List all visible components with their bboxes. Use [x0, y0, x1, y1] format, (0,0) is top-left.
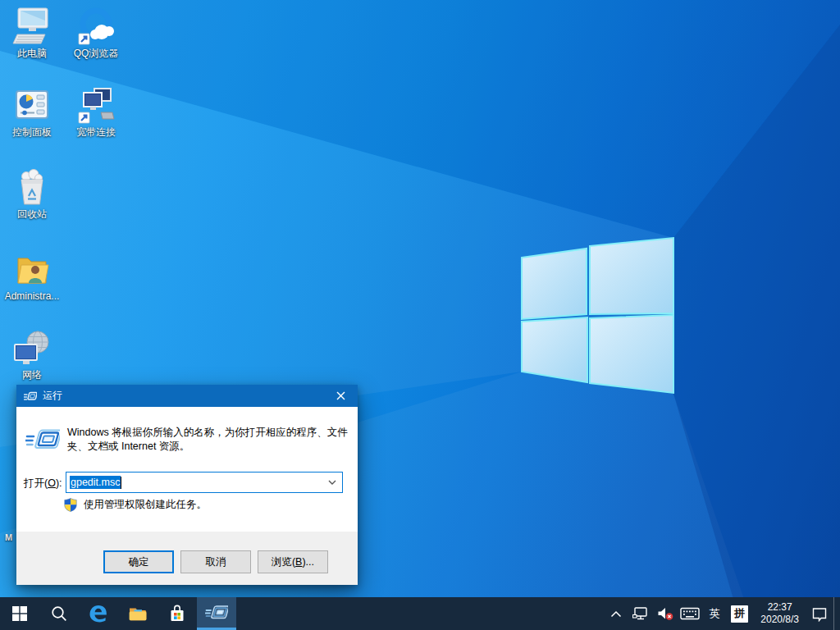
network-icon	[632, 606, 649, 621]
windows-desktop: 此电脑 QQ浏览器 控制面板	[0, 0, 840, 630]
browse-button[interactable]: 浏览(B)...	[258, 550, 328, 573]
qq-browser-icon	[76, 7, 116, 46]
cancel-button[interactable]: 取消	[180, 550, 251, 573]
search-button[interactable]	[39, 597, 79, 630]
chevron-down-icon	[328, 480, 336, 485]
touch-keyboard-button[interactable]	[679, 597, 701, 630]
edge-browser-icon	[88, 603, 109, 624]
taskbar: 英 拼 22:37 2020/8/3	[0, 597, 840, 630]
chevron-up-icon	[610, 610, 622, 618]
run-dialog-title: 运行	[43, 389, 62, 403]
desktop-icon-label: Administra...	[1, 290, 63, 302]
desktop-icon-label: 网络	[1, 369, 63, 381]
clock-time: 22:37	[760, 601, 799, 614]
desktop-icon-label: QQ浏览器	[65, 48, 127, 59]
run-app-icon	[205, 604, 228, 623]
run-program-icon	[25, 427, 60, 456]
run-dialog-titlebar: 运行	[16, 385, 358, 407]
desktop-icon-administrator-folder[interactable]: Administra...	[1, 249, 63, 302]
action-center-icon	[811, 606, 828, 622]
close-button[interactable]	[323, 385, 358, 407]
combo-dropdown-button[interactable]	[324, 474, 340, 491]
close-icon	[336, 391, 345, 400]
taskbar-store-button[interactable]	[158, 597, 197, 630]
open-field-label: 打开(O):	[24, 477, 62, 491]
desktop-icon-recycle-bin[interactable]: 回收站	[1, 167, 63, 220]
text-caret	[121, 477, 121, 489]
desktop-icon-this-pc[interactable]: 此电脑	[1, 7, 63, 59]
user-folder-icon	[12, 249, 52, 289]
taskbar-edge-button[interactable]	[79, 597, 118, 630]
open-command-input[interactable]: gpedit.msc	[66, 472, 343, 493]
uac-note-row: 使用管理权限创建此任务。	[64, 498, 207, 512]
uac-shield-icon	[64, 498, 77, 512]
volume-muted-icon	[657, 606, 673, 621]
input-selected-text: gpedit.msc	[70, 476, 121, 489]
clock-date: 2020/8/3	[760, 614, 799, 626]
taskbar-file-explorer-button[interactable]	[118, 597, 158, 630]
taskbar-empty-area	[236, 597, 605, 630]
taskbar-clock[interactable]: 22:37 2020/8/3	[754, 597, 806, 630]
taskbar-run-button[interactable]	[197, 597, 236, 630]
control-panel-icon	[12, 85, 52, 125]
volume-tray-button[interactable]	[655, 597, 676, 630]
language-indicator[interactable]: 英	[704, 606, 725, 621]
desktop-icon-qq-browser[interactable]: QQ浏览器	[65, 7, 127, 59]
broadband-connection-icon	[76, 85, 116, 125]
windows-start-icon	[12, 606, 27, 621]
run-dialog: 运行 Windows 将根据你所输入的名称，为你打开相应的程序、文件夹、文档或 …	[16, 385, 358, 585]
run-dialog-message: Windows 将根据你所输入的名称，为你打开相应的程序、文件夹、文档或 Int…	[67, 426, 348, 454]
ok-button[interactable]: 确定	[103, 550, 174, 573]
partially-hidden-icon-label: M	[5, 532, 12, 542]
desktop-icon-label: 回收站	[1, 208, 63, 220]
file-explorer-icon	[127, 603, 148, 624]
network-icon	[12, 328, 52, 368]
show-desktop-button[interactable]	[833, 597, 838, 630]
ime-mode-indicator[interactable]: 拼	[731, 605, 748, 623]
system-tray: 英 拼 22:37 2020/8/3	[605, 597, 840, 630]
start-button[interactable]	[0, 597, 39, 630]
desktop-icon-label: 控制面板	[1, 126, 63, 138]
search-icon	[51, 605, 67, 622]
touch-keyboard-icon	[680, 607, 700, 620]
recycle-bin-icon	[12, 167, 52, 207]
microsoft-store-icon	[167, 604, 187, 623]
desktop-icon-label: 此电脑	[1, 48, 63, 59]
desktop-icon-network[interactable]: 网络	[1, 328, 63, 381]
this-pc-icon	[12, 7, 52, 46]
uac-note-text: 使用管理权限创建此任务。	[84, 498, 207, 512]
desktop-icon-control-panel[interactable]: 控制面板	[1, 85, 63, 138]
action-center-button[interactable]	[809, 597, 830, 630]
network-tray-button[interactable]	[630, 597, 651, 630]
desktop-icon-broadband[interactable]: 宽带连接	[65, 85, 127, 138]
desktop-icon-label: 宽带连接	[65, 126, 127, 138]
hidden-icons-button[interactable]	[605, 597, 627, 630]
run-titlebar-icon	[24, 390, 37, 402]
